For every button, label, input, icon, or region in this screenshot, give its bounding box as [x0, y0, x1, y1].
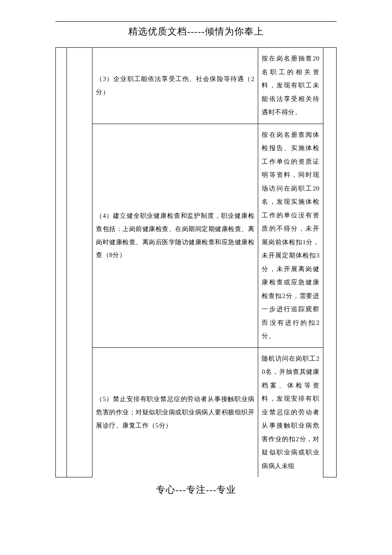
table-row: （5）禁止安排有职业禁忌症的劳动者从事接触职业病危害的作业；对疑似职业病或职业病…	[56, 347, 337, 477]
header-rule	[55, 21, 337, 22]
cell-blank-right	[323, 48, 336, 477]
cell-criteria: （5）禁止安排有职业禁忌症的劳动者从事接触职业病危害的作业；对疑似职业病或职业病…	[92, 347, 258, 477]
cell-blank-left-1	[56, 48, 67, 477]
evaluation-table: （3）企业职工能依法享受工伤、社会保险等待遇（2分） 按在岗名册抽查20名职工的…	[55, 47, 337, 477]
page-footer: 专心---专注---专业	[55, 483, 337, 496]
cell-method: 按在岗名册抽查20名职工的相关资料，发现有职工未能依法享受相关待遇时不得分。	[258, 48, 323, 124]
cell-method: 按在岗名册查阅体检报告、实施体检工作单位的资质证明等资料，同时现场访问在岗职工2…	[258, 124, 323, 347]
table-row: （3）企业职工能依法享受工伤、社会保险等待遇（2分） 按在岗名册抽查20名职工的…	[56, 48, 337, 124]
cell-criteria: （4）建立健全职业健康检查和监护制度，职业健康检查包括：上岗前健康检查、在岗期间…	[92, 124, 258, 347]
document-page: 精选优质文档-----倾情为你奉上 （3）企业职工能依法享受工伤、社会保险等待遇…	[0, 0, 392, 522]
table-row: （4）建立健全职业健康检查和监护制度，职业健康检查包括：上岗前健康检查、在岗期间…	[56, 124, 337, 347]
cell-criteria: （3）企业职工能依法享受工伤、社会保险等待遇（2分）	[92, 48, 258, 124]
cell-blank-left-2	[67, 48, 92, 477]
page-header: 精选优质文档-----倾情为你奉上	[55, 25, 337, 38]
cell-method: 随机访问在岗职工20名，并抽查其健康档案、体检等资料，发现安排有职业禁忌症的劳动…	[258, 347, 323, 477]
